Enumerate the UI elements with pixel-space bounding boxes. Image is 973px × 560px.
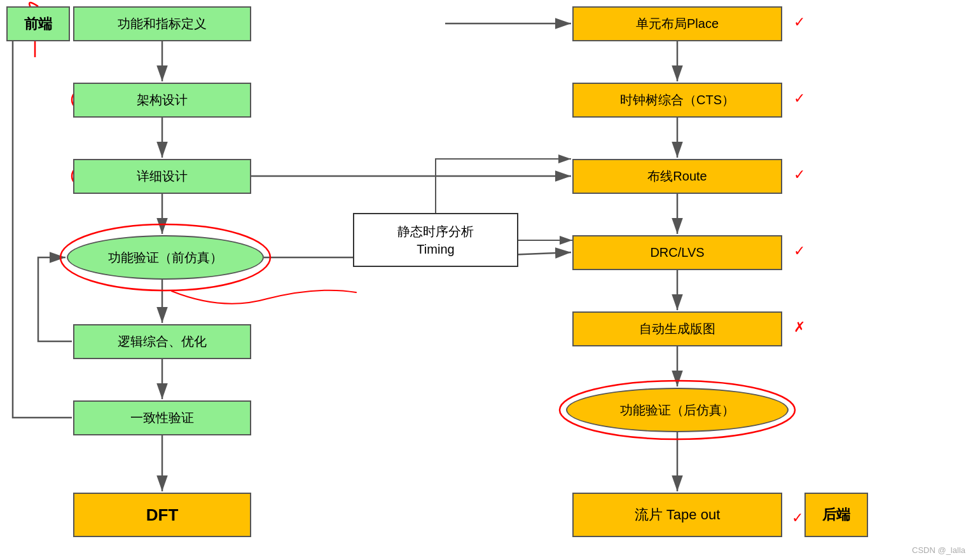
cts-box: 时钟树综合（CTS） [572, 83, 782, 118]
yizhi-box: 一致性验证 [73, 400, 251, 435]
houduan-box: 后端 [804, 493, 868, 537]
watermark: CSDN @_lalla [912, 545, 965, 555]
svg-text:✓: ✓ [792, 510, 803, 526]
timing-box: 静态时序分析 Timing [353, 213, 518, 267]
luoji-box: 逻辑综合、优化 [73, 324, 251, 359]
svg-text:✗: ✗ [794, 319, 805, 335]
diagram-container: ✓ ✓ ✓ ✓ ✓ ✗ 前端 功能和指标定义 架构设计 详细设计 功能验证（前仿… [0, 0, 973, 560]
gongneng-hou-box: 功能验证（后仿真） [566, 388, 789, 432]
bantu-box: 自动生成版图 [572, 311, 782, 346]
svg-text:✓: ✓ [794, 243, 805, 259]
svg-text:✓: ✓ [794, 167, 805, 182]
route-box: 布线Route [572, 159, 782, 194]
dft-box: DFT [73, 493, 251, 537]
xiangxi-box: 详细设计 [73, 159, 251, 194]
place-box: 单元布局Place [572, 6, 782, 41]
gongneng-zhiliang-box: 功能和指标定义 [73, 6, 251, 41]
tapeout-box: 流片 Tape out [572, 493, 782, 537]
drc-box: DRC/LVS [572, 235, 782, 270]
svg-text:✓: ✓ [794, 14, 805, 30]
svg-text:✓: ✓ [794, 90, 805, 106]
gongneng-qian-box: 功能验证（前仿真） [67, 235, 264, 280]
jiagou-box: 架构设计 [73, 83, 251, 118]
qianduan-box: 前端 [6, 6, 70, 41]
